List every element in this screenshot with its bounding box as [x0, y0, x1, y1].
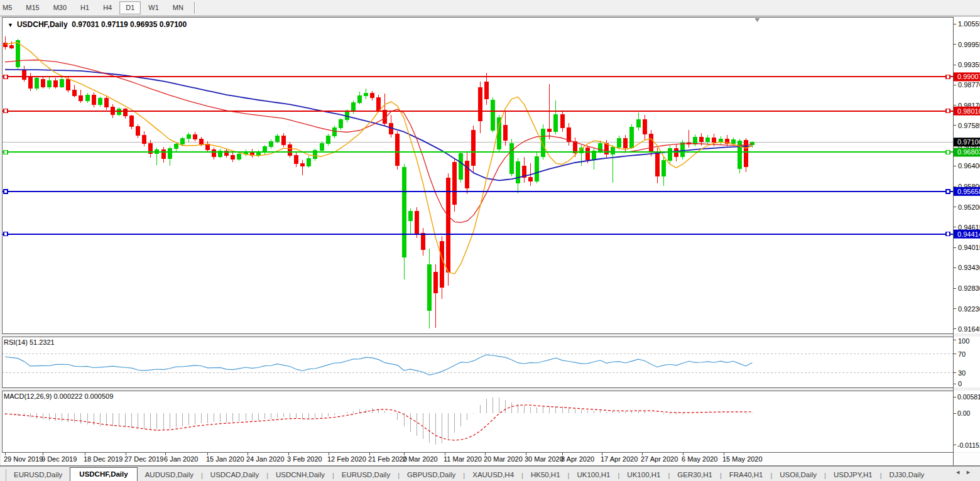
candle-body: [231, 155, 235, 159]
macd-axis-label: 0.005818: [957, 393, 980, 401]
symbol-tab-usdcad-daily[interactable]: USDCAD,Daily: [203, 468, 266, 481]
candle-body: [168, 148, 172, 158]
symbol-tab-uk100-h1[interactable]: UK100,H1: [569, 468, 618, 481]
date-label: 29 Nov 2019: [4, 455, 43, 463]
hline-handle[interactable]: [946, 190, 950, 193]
price-badge-label: 0.98010: [957, 107, 980, 115]
candle-body: [79, 95, 83, 101]
candle-body: [712, 138, 716, 143]
candle-body: [466, 161, 469, 188]
ohlc-high: 0.97119: [101, 20, 128, 29]
candle-body: [554, 115, 558, 132]
rsi-axis-label: 100: [958, 337, 969, 345]
candle-body: [719, 139, 722, 142]
hline-handle[interactable]: [4, 75, 8, 78]
hline-handle[interactable]: [4, 150, 8, 154]
hline-handle[interactable]: [4, 109, 8, 113]
symbol-tab-usdcnh-daily[interactable]: USDCNH,Daily: [268, 468, 332, 481]
candle-body: [73, 90, 77, 95]
candle-body: [731, 139, 735, 143]
hline-handle[interactable]: [946, 150, 950, 154]
hline-handle[interactable]: [4, 190, 8, 193]
tab-scroll-left-icon[interactable]: ◄: [955, 469, 966, 475]
candle-body: [440, 241, 444, 287]
hline-handle[interactable]: [946, 232, 950, 236]
hline-handle[interactable]: [946, 109, 950, 113]
symbol-tab-ger30-h1[interactable]: GER30,H1: [670, 468, 720, 481]
candle-body: [402, 168, 406, 257]
timeframe-button-d1[interactable]: D1: [119, 1, 141, 14]
hline-handle[interactable]: [946, 75, 950, 78]
symbol-tab-usdjpy-h1[interactable]: USDJPY,H1: [826, 468, 880, 481]
hline-handle[interactable]: [4, 232, 8, 236]
tab-bar-stub: [0, 469, 6, 481]
symbol-tab-usoil-daily[interactable]: USOil,Daily: [772, 468, 824, 481]
symbol-tab-gbpusd-daily[interactable]: GBPUSD,Daily: [400, 468, 463, 481]
candle-body: [548, 129, 552, 132]
candle-body: [357, 95, 361, 102]
axis-tick-label: 0.94015: [958, 244, 980, 251]
candle-body: [85, 95, 89, 101]
candle-body: [681, 143, 685, 156]
candle-body: [237, 154, 241, 159]
timeframe-button-h1[interactable]: H1: [74, 1, 95, 14]
axis-tick-label: 0.92830: [958, 284, 980, 292]
candle-body: [212, 150, 216, 156]
candle-body: [332, 127, 336, 136]
timeframe-buttons: M5M15M30H1H4D1W1MN: [0, 0, 190, 16]
macd-indicator-label: MACD(12,26,9) 0.000222 0.000509: [4, 392, 113, 400]
candle-body: [124, 109, 128, 116]
symbol-tab-uk100-h1[interactable]: UK100,H1: [619, 468, 668, 481]
candle-body: [433, 272, 437, 293]
date-label: 12 Feb 2020: [327, 455, 366, 463]
tab-scroll-right-icon[interactable]: ►: [966, 469, 976, 475]
symbol-tab-xauusd-h4[interactable]: XAUUSD,H4: [465, 468, 521, 481]
terminal-window: M5M15M30H1H4D1W1MN 1.005550.999550.99355…: [0, 0, 980, 481]
candle-body: [636, 120, 640, 127]
candle-body: [104, 99, 108, 107]
timeframe-button-w1[interactable]: W1: [142, 1, 165, 14]
date-label: 8 Apr 2020: [561, 455, 594, 463]
candle-body: [269, 141, 273, 147]
candle-body: [295, 155, 298, 163]
date-label: 30 Mar 2020: [525, 455, 564, 463]
symbol-tab-hk50-h1[interactable]: HK50,H1: [523, 468, 568, 481]
symbol-tab-usdchf-daily[interactable]: USDCHF,Daily: [70, 467, 137, 481]
candle-body: [662, 161, 665, 176]
timeframe-button-m5[interactable]: M5: [0, 1, 18, 14]
axis-tick-label: 0.99355: [958, 61, 980, 68]
candle-body: [364, 94, 368, 95]
timeframe-button-m30[interactable]: M30: [47, 1, 73, 14]
candle-body: [421, 233, 425, 249]
chart-canvas[interactable]: 1.005550.999550.993550.987700.981700.975…: [0, 0, 980, 481]
candle-body: [92, 95, 95, 104]
symbol-tab-fra40-h1[interactable]: FRA40,H1: [722, 468, 771, 481]
chart-title: ▼USDCHF,Daily 0.97031 0.97119 0.96935 0.…: [8, 20, 187, 29]
timeframe-button-mn[interactable]: MN: [166, 1, 190, 14]
ohlc-low: 0.96935: [130, 20, 157, 29]
candle-body: [585, 148, 589, 160]
candle-body: [275, 136, 279, 141]
candle-body: [199, 139, 203, 144]
candle-body: [22, 70, 26, 79]
axis-tick-label: 0.93430: [958, 264, 980, 271]
candle-body: [377, 97, 381, 110]
axis-tick-label: 0.97585: [958, 122, 980, 129]
date-label: 21 Feb 2020: [368, 455, 407, 463]
date-label: 24 Jan 2020: [246, 455, 285, 463]
candle-body: [263, 147, 266, 153]
symbol-tab-eurusd-daily[interactable]: EURUSD,Daily: [6, 468, 70, 481]
candle-body: [351, 102, 355, 111]
symbol-tab-eurusd-daily[interactable]: EURUSD,Daily: [334, 468, 398, 481]
candle-body: [136, 126, 140, 135]
candle-body: [180, 139, 184, 144]
symbol-tab-dj30-daily[interactable]: DJ30,Daily: [882, 468, 932, 481]
timeframe-button-h4[interactable]: H4: [97, 1, 118, 14]
candle-body: [67, 80, 70, 90]
timeframe-button-m15[interactable]: M15: [19, 1, 45, 14]
rsi-indicator-label: RSI(14) 51.2321: [4, 338, 55, 346]
chart-dropdown-icon[interactable]: ▼: [8, 22, 13, 28]
symbol-tab-audusd-daily[interactable]: AUDUSD,Daily: [138, 468, 201, 481]
candle-body: [282, 136, 286, 144]
rsi-axis-label: 0: [958, 380, 962, 387]
